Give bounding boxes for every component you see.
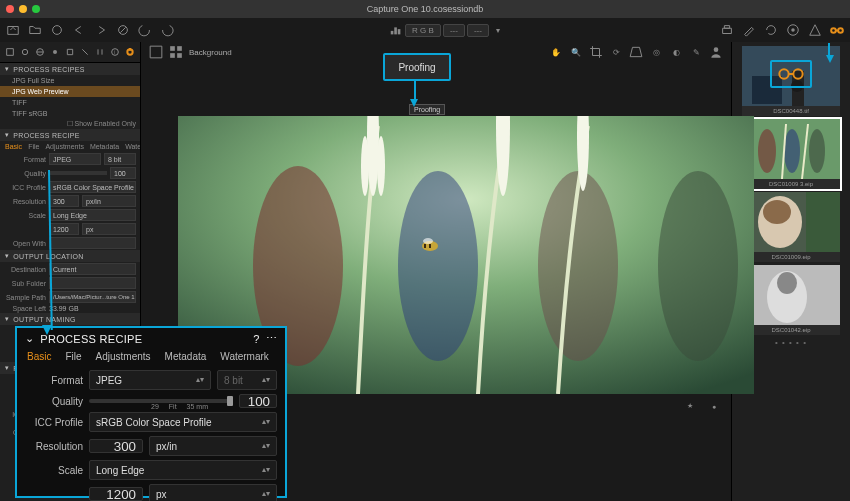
print-icon[interactable] xyxy=(720,23,734,37)
lens-tab-icon[interactable] xyxy=(21,45,29,59)
resolution-input[interactable]: 300 xyxy=(49,195,79,207)
tab-basic[interactable]: Basic xyxy=(5,143,22,150)
tab-metadata[interactable]: Metadata xyxy=(90,143,119,150)
resolution-unit[interactable]: px/in xyxy=(82,195,136,207)
rotate-tool-icon[interactable]: ⟳ xyxy=(609,45,623,59)
svg-rect-8 xyxy=(724,26,729,29)
library-tab-icon[interactable] xyxy=(6,45,14,59)
proofing-highlight-box xyxy=(770,60,812,88)
icc-select[interactable]: sRGB Color Space Profile▴▾ xyxy=(89,412,277,432)
layer-select[interactable]: Background xyxy=(189,48,232,57)
histogram-icon[interactable] xyxy=(389,23,403,37)
resolution-input[interactable] xyxy=(89,439,143,453)
fit-button[interactable]: Fit xyxy=(169,403,177,410)
tab-watermark[interactable]: Watermark xyxy=(125,143,141,150)
tab-file[interactable]: File xyxy=(28,143,39,150)
svg-point-63 xyxy=(777,272,797,294)
recipe-item[interactable]: TIFF sRGB xyxy=(0,108,140,119)
proofing-glasses-icon[interactable] xyxy=(830,23,844,37)
view-single-icon[interactable] xyxy=(149,45,163,59)
traffic-lights xyxy=(6,5,40,13)
edit-icon[interactable] xyxy=(742,23,756,37)
adjust-tab-icon[interactable] xyxy=(96,45,104,59)
zoom-tool-icon[interactable]: 🔍 xyxy=(569,45,583,59)
tab-adjustments[interactable]: Adjustments xyxy=(96,351,151,362)
icc-select[interactable]: sRGB Color Space Profile xyxy=(49,181,136,193)
undo-icon[interactable] xyxy=(72,23,86,37)
mask-tool-icon[interactable]: ◐ xyxy=(669,45,683,59)
resolution-unit-select[interactable]: px/in▴▾ xyxy=(149,436,277,456)
redo-icon[interactable] xyxy=(94,23,108,37)
svg-point-11 xyxy=(831,28,836,33)
scale-px-input[interactable] xyxy=(89,487,143,501)
details-tab-icon[interactable] xyxy=(66,45,74,59)
import-icon[interactable] xyxy=(6,23,20,37)
star-rating-icon[interactable]: ★ xyxy=(683,399,697,413)
bit-select[interactable]: 8 bit▴▾ xyxy=(217,370,277,390)
output-naming-header[interactable]: ▾ OUTPUT NAMING xyxy=(0,313,140,325)
spot-tool-icon[interactable]: ◎ xyxy=(649,45,663,59)
quality-slider[interactable] xyxy=(49,171,107,175)
close-window-button[interactable] xyxy=(6,5,14,13)
subfolder-input[interactable] xyxy=(49,277,136,289)
refresh-icon[interactable] xyxy=(764,23,778,37)
menu-dots-icon[interactable]: ⋯ xyxy=(266,332,277,345)
crop-tool-icon[interactable] xyxy=(589,45,603,59)
scale-select[interactable]: Long Edge▴▾ xyxy=(89,460,277,480)
output-tab-icon[interactable] xyxy=(126,45,134,59)
svg-rect-27 xyxy=(170,46,175,51)
thumb[interactable]: DSC01042.eip xyxy=(742,265,840,335)
color-tag-icon[interactable]: ● xyxy=(707,399,721,413)
local-tab-icon[interactable] xyxy=(81,45,89,59)
scale-select[interactable]: Long Edge xyxy=(49,209,136,221)
tab-adjustments[interactable]: Adjustments xyxy=(45,143,84,150)
tab-metadata[interactable]: Metadata xyxy=(165,351,207,362)
rotate-right-icon[interactable] xyxy=(160,23,174,37)
destination-select[interactable]: Current xyxy=(49,263,136,275)
format-select[interactable]: JPEG▴▾ xyxy=(89,370,211,390)
recipe-item-selected[interactable]: JPG Web Preview xyxy=(0,86,140,97)
capture-icon[interactable] xyxy=(50,23,64,37)
thumb-selected[interactable]: DSC01009 3.eip xyxy=(742,119,840,189)
picker-tool-icon[interactable]: ✎ xyxy=(689,45,703,59)
zoom-value[interactable]: 29 xyxy=(151,403,159,410)
exposure-tab-icon[interactable] xyxy=(51,45,59,59)
quality-value[interactable]: 100 xyxy=(110,167,136,179)
tab-file[interactable]: File xyxy=(65,351,81,362)
scale-px-unit[interactable]: px xyxy=(82,223,136,235)
process-icon[interactable] xyxy=(786,23,800,37)
color-tab-icon[interactable] xyxy=(36,45,44,59)
thumb[interactable]: DSC01009.eip xyxy=(742,192,840,262)
process-recipes-header[interactable]: ▾ PROCESS RECIPES xyxy=(0,63,140,75)
reset-icon[interactable] xyxy=(116,23,130,37)
scale-px-input[interactable]: 1200 xyxy=(49,223,79,235)
bit-select[interactable]: 8 bit xyxy=(104,153,136,165)
tab-basic[interactable]: Basic xyxy=(27,351,51,362)
user-icon[interactable] xyxy=(709,45,723,59)
process-recipe-header[interactable]: ▾ PROCESS RECIPE xyxy=(0,129,140,141)
openwith-select[interactable] xyxy=(49,237,136,249)
output-location-header[interactable]: ▾ OUTPUT LOCATION xyxy=(0,250,140,262)
fullscreen-button[interactable] xyxy=(32,5,40,13)
help-icon[interactable]: ? xyxy=(253,333,259,345)
callout-header[interactable]: ⌄ PROCESS RECIPE ? ⋯ xyxy=(17,328,285,349)
recipe-item[interactable]: JPG Full Size xyxy=(0,75,140,86)
svg-rect-5 xyxy=(394,27,397,34)
tab-watermark[interactable]: Watermark xyxy=(220,351,269,362)
show-enabled-checkbox[interactable]: ☐ Show Enabled Only xyxy=(67,120,136,128)
metadata-tab-icon[interactable]: i xyxy=(111,45,119,59)
folder-icon[interactable] xyxy=(28,23,42,37)
svg-point-34 xyxy=(398,171,478,361)
format-select[interactable]: JPEG xyxy=(49,153,101,165)
rotate-left-icon[interactable] xyxy=(138,23,152,37)
minimize-window-button[interactable] xyxy=(19,5,27,13)
cursor-readout: R G B --- --- ▾ xyxy=(389,23,505,37)
recipe-item[interactable]: TIFF xyxy=(0,97,140,108)
keystone-tool-icon[interactable] xyxy=(629,45,643,59)
warning-icon[interactable] xyxy=(808,23,822,37)
svg-point-45 xyxy=(423,238,433,244)
hand-tool-icon[interactable]: ✋ xyxy=(549,45,563,59)
view-grid-icon[interactable] xyxy=(169,45,183,59)
dropdown-icon[interactable]: ▾ xyxy=(491,23,505,37)
scale-px-unit-select[interactable]: px▴▾ xyxy=(149,484,277,501)
